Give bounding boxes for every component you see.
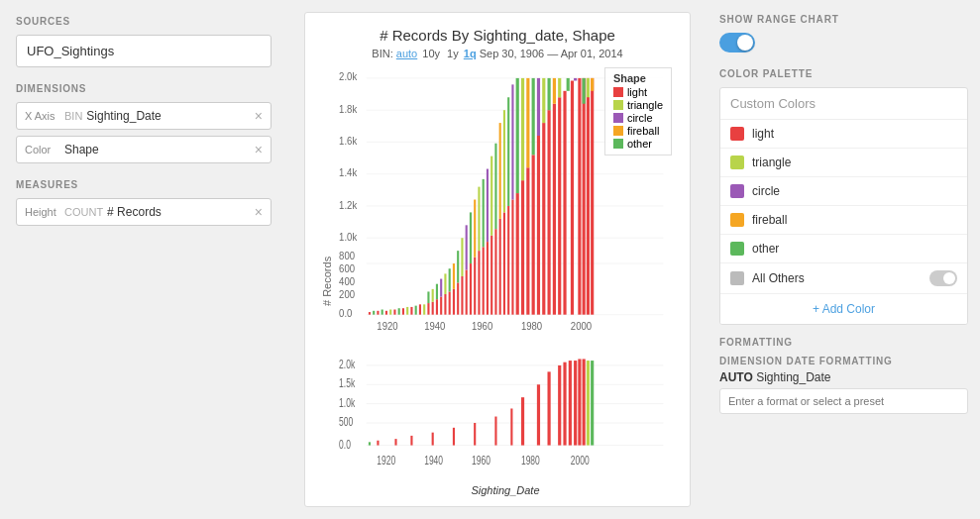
bin-10y[interactable]: 10y [422,48,440,59]
svg-rect-40 [432,302,434,315]
svg-rect-41 [432,289,434,302]
svg-rect-128 [432,433,434,446]
svg-rect-98 [563,91,566,315]
svg-text:1.6k: 1.6k [339,134,358,147]
svg-rect-135 [548,371,551,445]
svg-text:1.0k: 1.0k [339,395,355,409]
svg-rect-46 [444,294,446,315]
x-axis-label: Sighting_Date [337,484,674,496]
svg-rect-134 [537,384,540,445]
color-name-circle: circle [752,184,957,198]
svg-text:1980: 1980 [521,319,542,332]
legend-triangle-label: triangle [627,99,663,111]
bin-1q[interactable]: 1q [464,48,477,59]
show-range-toggle[interactable] [719,33,755,52]
svg-text:0.0: 0.0 [339,437,351,451]
svg-text:1960: 1960 [472,319,492,332]
svg-rect-129 [453,428,455,446]
svg-text:2.0k: 2.0k [339,357,355,370]
svg-rect-50 [453,289,455,315]
svg-rect-74 [503,212,505,314]
svg-rect-95 [553,78,556,104]
height-fn: COUNT [64,206,103,218]
svg-rect-33 [406,307,408,315]
center-panel: # Records By Sighting_date, Shape BIN: a… [287,0,708,519]
legend-other-label: other [627,138,652,150]
color-palette-section: Custom Colors light triangle circle fire… [719,87,968,325]
color-field[interactable]: Color Shape × [16,136,272,163]
svg-text:0.0: 0.0 [339,306,352,319]
color-item-fireball[interactable]: fireball [720,206,967,235]
legend-circle-label: circle [627,112,653,124]
svg-rect-35 [415,306,417,315]
measures-label: MEASURES [16,179,272,190]
svg-rect-102 [578,78,581,315]
show-range-toggle-container [719,33,968,52]
svg-rect-29 [389,310,391,315]
height-field-name: # Records [107,205,251,219]
svg-text:200: 200 [339,287,355,300]
svg-rect-100 [571,80,574,314]
format-input[interactable] [719,388,968,414]
svg-text:1920: 1920 [377,453,395,467]
color-item-circle[interactable]: circle [720,177,967,206]
x-axis-field[interactable]: X Axis BIN Sighting_Date × [16,102,272,130]
svg-rect-51 [453,263,455,289]
bin-label-text: BIN: [372,48,392,59]
svg-rect-84 [526,167,529,314]
svg-rect-60 [474,258,476,315]
all-others-toggle[interactable] [929,270,957,286]
svg-rect-85 [526,78,529,167]
svg-rect-67 [487,169,489,243]
all-others-swatch [730,271,744,285]
add-color-button[interactable]: + Add Color [720,294,967,324]
svg-rect-27 [381,310,383,315]
svg-rect-87 [532,78,535,155]
height-field[interactable]: Height COUNT # Records × [16,198,272,226]
x-axis-remove-icon[interactable]: × [255,108,263,124]
legend-light-label: light [627,86,647,98]
color-name-triangle: triangle [752,156,957,169]
svg-rect-69 [490,156,492,236]
svg-text:1.5k: 1.5k [339,376,355,390]
svg-rect-47 [444,273,446,294]
legend-light: light [613,86,663,98]
svg-text:500: 500 [339,414,353,428]
bin-auto[interactable]: auto [396,48,417,59]
chart-main: 2.0k 1.8k 1.6k 1.4k 1.2k 1.0k 800 600 40… [337,65,674,496]
legend-other: other [613,138,663,150]
svg-rect-62 [478,251,480,315]
svg-rect-34 [410,307,412,315]
formatting-section: FORMATTING DIMENSION DATE FORMATTING AUT… [719,337,968,414]
svg-rect-56 [466,270,468,315]
svg-rect-31 [398,308,400,314]
svg-rect-45 [440,279,442,297]
svg-rect-72 [499,219,501,315]
source-name[interactable]: UFO_Sightings [16,35,272,67]
show-range-label: SHOW RANGE CHART [719,14,968,25]
svg-rect-90 [542,123,545,315]
svg-rect-71 [494,144,496,229]
svg-rect-132 [510,408,512,445]
svg-rect-125 [377,441,379,446]
svg-rect-133 [521,397,524,445]
dim-date-formatting-label: DIMENSION DATE FORMATTING [719,356,968,366]
svg-text:1940: 1940 [424,453,443,467]
bin-1y[interactable]: 1y [447,48,459,59]
auto-field-name: Sighting_Date [756,370,830,384]
color-item-other[interactable]: other [720,235,967,263]
height-remove-icon[interactable]: × [255,204,263,220]
chart-bin-row: BIN: auto 10y 1y 1q Sep 30, 1906 — Apr 0… [321,48,674,59]
color-item-triangle[interactable]: triangle [720,149,967,177]
color-item-light[interactable]: light [720,120,967,149]
svg-rect-140 [578,359,581,445]
svg-rect-139 [574,361,577,446]
formatting-label: FORMATTING [719,337,968,348]
chart-bars [369,78,594,315]
color-field-name: Shape [64,143,251,156]
chart-container: # Records By Sighting_date, Shape BIN: a… [304,12,691,507]
svg-rect-24 [369,312,371,315]
color-remove-icon[interactable]: × [255,142,263,157]
dimensions-label: DIMENSIONS [16,83,272,94]
svg-rect-91 [542,78,545,123]
